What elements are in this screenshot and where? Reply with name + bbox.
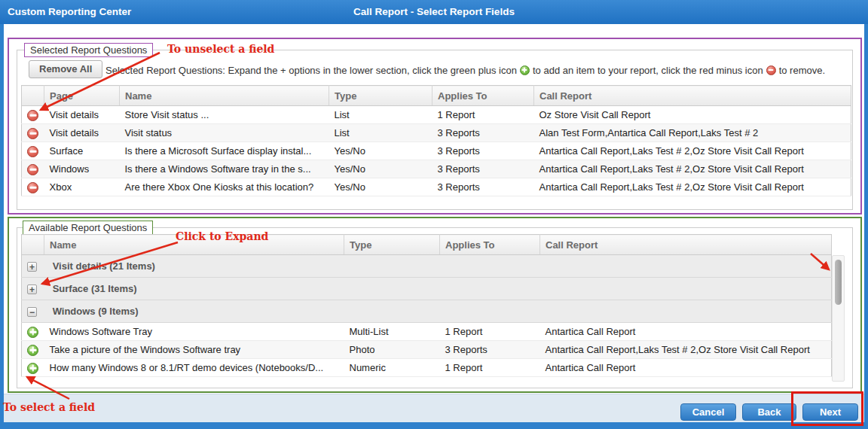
cell-call-report: Antartica Call Report,Laks Test # 2,Oz S… xyxy=(540,341,832,359)
cell-call-report: Antartica Call Report,Laks Test # 2,Oz S… xyxy=(534,142,851,160)
table-row: Xbox Are there Xbox One Kiosks at this l… xyxy=(22,178,851,196)
expand-toggle-icon[interactable]: + xyxy=(27,284,37,294)
table-row: Windows Is there a Windows Software tray… xyxy=(22,160,851,178)
selected-questions-table: Page Name Type Applies To Call Report Vi… xyxy=(21,85,851,196)
header-remove-column xyxy=(22,86,44,106)
available-questions-table: Name Type Applies To Call Report + Visit… xyxy=(21,234,832,377)
cell-page: Visit details xyxy=(44,106,120,124)
cell-applies-to: 3 Reports xyxy=(432,178,534,196)
header-type: Type xyxy=(329,86,432,106)
list-item: How many Windows 8 or 8.1/RT demo device… xyxy=(22,359,832,377)
selected-table-header: Page Name Type Applies To Call Report xyxy=(22,86,851,106)
instructions-text-1: Selected Report Questions: Expand the + … xyxy=(105,65,517,76)
header-applies-to: Applies To xyxy=(440,235,540,255)
red-minus-icon xyxy=(766,65,776,75)
cell-page: Visit details xyxy=(44,124,120,142)
collapse-toggle-icon[interactable]: − xyxy=(27,307,37,317)
list-item: Take a picture of the Windows Software t… xyxy=(22,341,832,359)
header-name: Name xyxy=(120,86,329,106)
available-table-header: Name Type Applies To Call Report xyxy=(22,235,832,255)
dialog-border-bottom xyxy=(0,422,868,429)
available-section-legend: Available Report Questions xyxy=(23,221,153,235)
header-page: Page xyxy=(44,86,120,106)
remove-row-button[interactable] xyxy=(27,146,38,157)
cell-name: Visit status xyxy=(120,124,329,142)
cell-applies-to: 1 Report xyxy=(432,106,534,124)
instructions-text-3: to remove. xyxy=(779,65,825,76)
cell-call-report: Oz Store Visit Call Report xyxy=(534,106,851,124)
selected-section-legend: Selected Report Questions xyxy=(24,43,153,57)
table-row: Visit details Store Visit status ... Lis… xyxy=(22,106,851,124)
table-row: Visit details Visit status List 3 Report… xyxy=(22,124,851,142)
header-call-report: Call Report xyxy=(540,235,832,255)
cell-applies-to: 3 Reports xyxy=(440,341,540,359)
cell-name: Is there a Windows Software tray in the … xyxy=(120,160,329,178)
title-bar: Custom Reporting Center Call Report - Se… xyxy=(0,0,868,24)
cell-applies-to: 3 Reports xyxy=(432,124,534,142)
header-type: Type xyxy=(344,235,440,255)
group-row-surface[interactable]: + Surface (31 Items) xyxy=(22,278,832,300)
back-button[interactable]: Back xyxy=(742,403,796,421)
dialog-border-right xyxy=(864,24,868,429)
custom-reporting-dialog: { "titlebar": { "app_title": "Custom Rep… xyxy=(0,0,868,429)
cell-call-report: Antartica Call Report,Laks Test # 2,Oz S… xyxy=(534,178,851,196)
add-row-button[interactable] xyxy=(27,345,38,356)
cell-page: Xbox xyxy=(44,178,120,196)
cell-name: Store Visit status ... xyxy=(120,106,329,124)
cell-name: Take a picture of the Windows Software t… xyxy=(44,341,344,359)
available-table-scrollbar[interactable] xyxy=(832,255,845,382)
annotation-expand-label: Click to Expand xyxy=(176,230,268,242)
cell-type: Multi-List xyxy=(344,323,440,341)
cell-call-report: Antartica Call Report xyxy=(540,323,832,341)
cell-type: List xyxy=(329,124,432,142)
header-applies-to: Applies To xyxy=(432,86,534,106)
remove-row-button[interactable] xyxy=(27,182,38,193)
cell-applies-to: 3 Reports xyxy=(432,142,534,160)
cell-applies-to: 3 Reports xyxy=(432,160,534,178)
cell-applies-to: 1 Report xyxy=(440,359,540,377)
add-row-button[interactable] xyxy=(27,327,38,338)
group-row-visit-details[interactable]: + Visit details (21 Items) xyxy=(22,255,832,278)
remove-row-button[interactable] xyxy=(27,128,38,139)
cell-page: Surface xyxy=(44,142,120,160)
next-button[interactable]: Next xyxy=(802,403,858,421)
cancel-button[interactable]: Cancel xyxy=(680,403,736,421)
cell-type: List xyxy=(329,106,432,124)
table-row: Surface Is there a Microsoft Surface dis… xyxy=(22,142,851,160)
cell-call-report: Antartica Call Report,Laks Test # 2,Oz S… xyxy=(534,160,851,178)
list-item: Windows Software Tray Multi-List 1 Repor… xyxy=(22,323,832,341)
selected-instructions: Selected Report Questions: Expand the + … xyxy=(105,64,825,76)
cell-name: How many Windows 8 or 8.1/RT demo device… xyxy=(44,359,344,377)
remove-all-button[interactable]: Remove All xyxy=(29,60,102,78)
remove-row-button[interactable] xyxy=(27,110,38,121)
cell-type: Yes/No xyxy=(329,160,432,178)
cell-call-report: Alan Test Form,Antartica Call Report,Lak… xyxy=(534,124,851,142)
add-row-button[interactable] xyxy=(27,363,38,374)
cell-applies-to: 1 Report xyxy=(440,323,540,341)
cell-type: Photo xyxy=(344,341,440,359)
cell-name: Are there Xbox One Kiosks at this locati… xyxy=(120,178,329,196)
remove-row-button[interactable] xyxy=(27,164,38,175)
group-label: Surface (31 Items) xyxy=(53,283,137,294)
dialog-border-left xyxy=(0,24,4,429)
annotation-select-label: To select a field xyxy=(3,401,95,413)
annotation-unselect-label: To unselect a field xyxy=(167,43,274,55)
cell-page: Windows xyxy=(44,160,120,178)
header-add-column xyxy=(22,235,44,255)
cell-type: Yes/No xyxy=(329,178,432,196)
group-label: Visit details (21 Items) xyxy=(53,260,155,272)
dialog-title: Call Report - Select Report Fields xyxy=(0,0,868,24)
expand-toggle-icon[interactable]: + xyxy=(27,262,37,272)
instructions-text-2: to add an item to your report, click the… xyxy=(533,65,763,76)
cell-name: Is there a Microsoft Surface display ins… xyxy=(120,142,329,160)
cell-name: Windows Software Tray xyxy=(44,323,344,341)
scrollbar-thumb[interactable] xyxy=(835,260,842,305)
group-label: Windows (9 Items) xyxy=(53,306,139,317)
cell-type: Yes/No xyxy=(329,142,432,160)
cell-call-report: Antartica Call Report xyxy=(540,359,832,377)
group-row-windows[interactable]: − Windows (9 Items) xyxy=(22,300,832,323)
green-plus-icon xyxy=(520,65,530,75)
cell-type: Numeric xyxy=(344,359,440,377)
header-call-report: Call Report xyxy=(534,86,851,106)
